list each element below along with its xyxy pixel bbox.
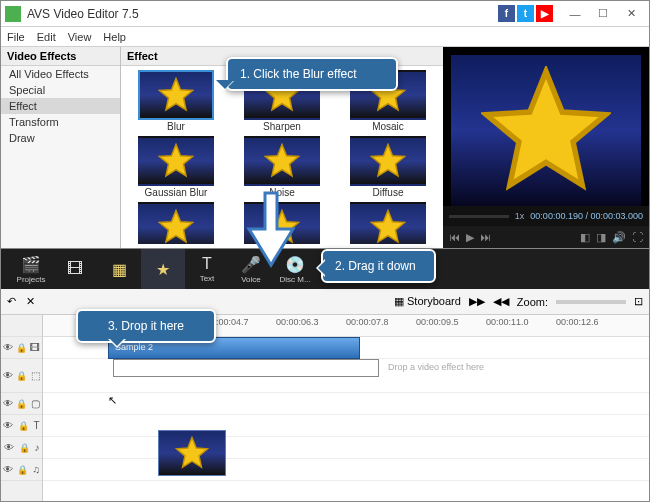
zoom-slider[interactable]	[556, 300, 626, 304]
mark-out-button[interactable]: ◨	[596, 231, 606, 244]
app-icon	[5, 6, 21, 22]
track-hdr-video[interactable]: 🎞	[1, 337, 42, 359]
track-hdr-audio2[interactable]: ♫	[1, 459, 42, 481]
tab-transitions[interactable]: ▦	[97, 249, 141, 289]
track-effect[interactable]: Drop a video effect here	[43, 359, 649, 393]
undo-button[interactable]: ↶	[7, 295, 16, 308]
track-headers: 🎞 ⬚ ▢ T ♪ ♫	[1, 315, 43, 501]
track-hdr-effect[interactable]: ⬚	[1, 359, 42, 393]
play-button[interactable]: ▶	[466, 231, 474, 244]
titlebar: AVS Video Editor 7.5 f t ▶ — ☐ ✕	[1, 1, 649, 27]
menu-edit[interactable]: Edit	[37, 31, 56, 43]
twitter-icon[interactable]: t	[517, 5, 534, 22]
window-buttons: — ☐ ✕	[561, 4, 645, 24]
menu-help[interactable]: Help	[103, 31, 126, 43]
category-draw[interactable]: Draw	[1, 130, 120, 146]
track-hdr-overlay[interactable]: ▢	[1, 393, 42, 415]
preview-controls: ⏮ ▶ ⏭ ◧ ◨ 🔊 ⛶	[443, 226, 649, 248]
next-clip-button[interactable]: ▶▶	[469, 295, 485, 308]
track-text[interactable]	[43, 415, 649, 437]
tab-effects[interactable]: ★	[141, 249, 185, 289]
drop-hint-text: Drop a video effect here	[388, 362, 484, 372]
prev-button[interactable]: ⏮	[449, 231, 460, 243]
tab-projects[interactable]: 🎬Projects	[9, 249, 53, 289]
time-current: 00:00:00.190	[530, 211, 583, 221]
effect-minimal[interactable]: Minimal	[337, 202, 439, 244]
time-total: 00:00:03.000	[590, 211, 643, 221]
category-all[interactable]: All Video Effects	[1, 66, 120, 82]
category-effect[interactable]: Effect	[1, 98, 120, 114]
storyboard-toggle[interactable]: ▦ Storyboard	[394, 295, 461, 308]
tab-text[interactable]: TText	[185, 249, 229, 289]
track-overlay[interactable]	[43, 393, 649, 415]
social-links: f t ▶	[498, 5, 553, 22]
callout-step3: 3. Drop it here	[76, 309, 216, 343]
effect-drop-zone[interactable]	[113, 359, 379, 377]
panel-header: Video Effects	[1, 47, 120, 66]
maximize-button[interactable]: ☐	[589, 4, 617, 24]
preview-timebar: 1x 00:00:00.190 / 00:00:03.000	[443, 206, 649, 226]
effect-blur[interactable]: Blur	[125, 70, 227, 132]
effect-motion-blur[interactable]: Motion Blur	[125, 202, 227, 244]
track-hdr-audio[interactable]: ♪	[1, 437, 42, 459]
track-audio2[interactable]	[43, 459, 649, 481]
callout-step1: 1. Click the Blur effect	[226, 57, 398, 91]
menubar: File Edit View Help	[1, 27, 649, 47]
app-title: AVS Video Editor 7.5	[27, 7, 498, 21]
zoom-label: Zoom:	[517, 296, 548, 308]
next-button[interactable]: ⏭	[480, 231, 491, 243]
prev-clip-button[interactable]: ◀◀	[493, 295, 509, 308]
seek-slider[interactable]	[449, 215, 509, 218]
effects-category-panel: Video Effects All Video Effects Special …	[1, 47, 121, 248]
cursor-icon: ↖	[108, 394, 117, 407]
youtube-icon[interactable]: ▶	[536, 5, 553, 22]
category-transform[interactable]: Transform	[1, 114, 120, 130]
menu-view[interactable]: View	[68, 31, 92, 43]
zoom-fit-button[interactable]: ⊡	[634, 295, 643, 308]
mark-in-button[interactable]: ◧	[580, 231, 590, 244]
effect-diffuse[interactable]: Diffuse	[337, 136, 439, 198]
preview-panel: 1x 00:00:00.190 / 00:00:03.000 ⏮ ▶ ⏭ ◧ ◨…	[443, 47, 649, 248]
speed-label: 1x	[515, 211, 525, 221]
menu-file[interactable]: File	[7, 31, 25, 43]
minimize-button[interactable]: —	[561, 4, 589, 24]
close-button[interactable]: ✕	[617, 4, 645, 24]
tab-media[interactable]: 🎞	[53, 249, 97, 289]
ruler-spacer	[1, 315, 42, 337]
delete-button[interactable]: ✕	[26, 295, 35, 308]
facebook-icon[interactable]: f	[498, 5, 515, 22]
category-special[interactable]: Special	[1, 82, 120, 98]
preview-viewport	[451, 55, 641, 206]
drag-arrow-overlay	[241, 189, 301, 269]
track-hdr-text[interactable]: T	[1, 415, 42, 437]
dragging-effect-thumb	[158, 430, 226, 476]
svg-marker-1	[249, 193, 293, 265]
volume-icon[interactable]: 🔊	[612, 231, 626, 244]
track-audio[interactable]	[43, 437, 649, 459]
effect-gaussian-blur[interactable]: Gaussian Blur	[125, 136, 227, 198]
callout-step2: 2. Drag it down	[321, 249, 436, 283]
fullscreen-button[interactable]: ⛶	[632, 231, 643, 243]
